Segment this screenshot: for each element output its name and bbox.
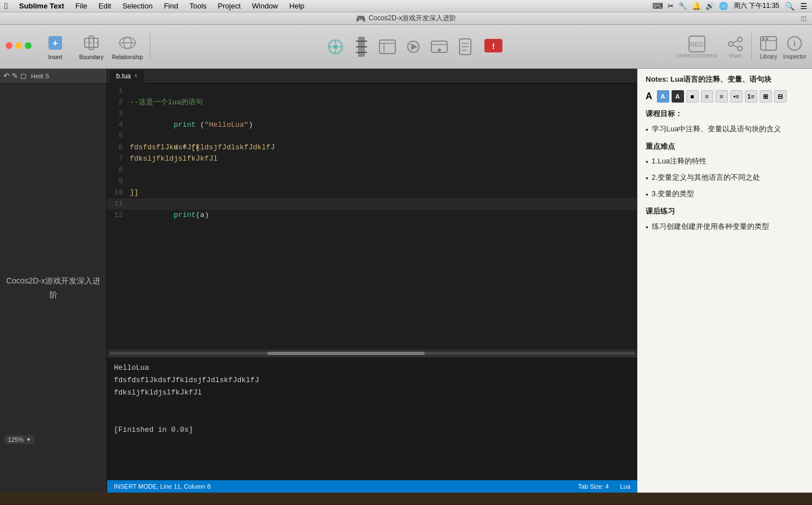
line-content-2: --这是一个lua的语句 bbox=[130, 97, 637, 108]
tool-icon-1[interactable] bbox=[325, 37, 346, 57]
tab-b-lua[interactable]: b.lua × bbox=[109, 70, 144, 82]
font-selector[interactable]: Heiti S bbox=[31, 73, 49, 79]
notes-toolbar: A A A ■ ≡ ≡ •≡ 1≡ ⊞ ⊟ bbox=[646, 90, 804, 103]
notes-bold-btn[interactable]: A bbox=[672, 90, 684, 103]
tab-size: Tab Size: 4 bbox=[578, 483, 608, 490]
boundary-icon bbox=[81, 33, 102, 53]
notes-align-center-btn[interactable]: ≡ bbox=[716, 90, 728, 103]
tool-icon-3[interactable] bbox=[377, 37, 398, 57]
menu-help[interactable]: Help bbox=[287, 2, 307, 10]
toolbar-separator-2 bbox=[751, 33, 752, 60]
tabbar: b.lua × bbox=[107, 69, 637, 83]
boundary-button[interactable]: Boundary bbox=[76, 29, 107, 65]
unregistered-button[interactable]: REG UNREGISTERED bbox=[677, 35, 717, 59]
svg-rect-43 bbox=[766, 38, 768, 40]
desktop-bottom: 125% ▼ 🔍 🚀 🧭 ✉ 💬 🗺 🌸 📷 🎵 🏪 ⚙ 📝 ▶ 🌐 📓 🔒 🗑 bbox=[0, 493, 812, 505]
tab-close-button[interactable]: × bbox=[134, 73, 138, 79]
notes-bullet-3: • 2.变量定义与其他语言的不同之处 bbox=[646, 172, 804, 185]
menu-project[interactable]: Project bbox=[215, 2, 242, 10]
menu-find[interactable]: Find bbox=[162, 2, 180, 10]
output-panel: HelloLua fdsfdsflJkdsfJfkldsjfJdlskfJdkl… bbox=[107, 356, 637, 480]
main-content: ↶ ✎ ◻ Heiti S Cocos2D-x游戏开发深入进阶 b.lua × … bbox=[0, 69, 812, 493]
tool-icon-6[interactable] bbox=[455, 37, 475, 57]
bullet-dot-2: • bbox=[646, 157, 648, 169]
line-num-4: 4 bbox=[107, 119, 130, 131]
zoom-control[interactable]: 125% ▼ bbox=[5, 435, 34, 444]
menu-edit[interactable]: Edit bbox=[96, 2, 113, 10]
library-button[interactable]: Library bbox=[758, 33, 779, 60]
notes-font-size-icon: A bbox=[646, 91, 652, 101]
menubar:  Sublime Text File Edit Selection Find … bbox=[0, 0, 812, 12]
menu-tools[interactable]: Tools bbox=[187, 2, 209, 10]
toolbar: + Insert Boundary Relationship bbox=[0, 25, 812, 69]
code-line-5: 5 a = [[ bbox=[107, 131, 637, 142]
code-line-2: 2 --这是一个lua的语句 bbox=[107, 97, 637, 108]
line-num-10: 10 bbox=[107, 187, 130, 198]
insert-button[interactable]: + Insert bbox=[39, 29, 71, 65]
menu-app[interactable]: Sublime Text bbox=[17, 2, 67, 10]
notes-align-left-btn[interactable]: ≡ bbox=[701, 90, 713, 103]
tool-icon-5[interactable] bbox=[429, 37, 449, 57]
svg-line-38 bbox=[733, 45, 738, 47]
notes-text-2: 1.Lua注释的特性 bbox=[652, 156, 707, 167]
pencil-icon: ✎ bbox=[12, 72, 18, 80]
svg-point-36 bbox=[738, 46, 742, 51]
notes-indent-btn[interactable]: ⊞ bbox=[760, 90, 772, 103]
bullet-dot-5: • bbox=[646, 222, 648, 234]
menu-window[interactable]: Window bbox=[250, 2, 280, 10]
menu-selection[interactable]: Selection bbox=[120, 2, 155, 10]
search-icon[interactable]: 🔍 bbox=[785, 2, 795, 11]
code-line-1: 1 bbox=[107, 86, 637, 97]
toolbar-separator-1 bbox=[150, 33, 151, 60]
code-editor[interactable]: 1 2 --这是一个lua的语句 3 print ("HelloLua") 4 bbox=[107, 83, 637, 349]
tool-icon-4[interactable] bbox=[403, 37, 423, 57]
hscrollbar[interactable] bbox=[107, 349, 637, 356]
apple-menu[interactable]:  bbox=[5, 1, 8, 11]
inspector-button[interactable]: i Inspector bbox=[783, 33, 806, 60]
line-num-5: 5 bbox=[107, 131, 130, 142]
boundary-label: Boundary bbox=[80, 54, 104, 60]
notes-numbered-btn[interactable]: 1≡ bbox=[745, 90, 757, 103]
relationship-icon bbox=[117, 33, 138, 53]
notes-header: Notes: Lua语言的注释、变量、语句块 bbox=[646, 74, 804, 85]
statusbar: INSERT MODE, Line 11, Column 8 Tab Size:… bbox=[107, 480, 637, 493]
menu-file[interactable]: File bbox=[73, 2, 90, 10]
line-num-8: 8 bbox=[107, 165, 130, 176]
relationship-label: Relationship bbox=[112, 54, 143, 60]
notes-highlight-btn[interactable]: ■ bbox=[686, 90, 699, 103]
clipboard-icon: 🔧 bbox=[678, 2, 687, 10]
line-content-10: ]] bbox=[130, 187, 637, 198]
svg-point-9 bbox=[333, 45, 338, 49]
notes-text-3: 2.变量定义与其他语言的不同之处 bbox=[652, 172, 761, 184]
window-close-button[interactable] bbox=[6, 42, 12, 49]
window-minimize-button[interactable] bbox=[15, 42, 22, 49]
scroll-thumb[interactable] bbox=[267, 352, 425, 355]
notes-content: 课程目标： • 学习Lua中注释、变量以及语句块的含义 重点难点 • 1.Lua… bbox=[646, 108, 804, 237]
notes-bullet-btn[interactable]: •≡ bbox=[730, 90, 743, 103]
share-button[interactable]: share bbox=[726, 35, 744, 59]
control-center-icon[interactable]: ☰ bbox=[800, 2, 807, 11]
notes-color-btn[interactable]: A bbox=[657, 90, 669, 103]
line-num-2: 2 bbox=[107, 97, 130, 108]
tool-icon-2[interactable] bbox=[351, 37, 372, 57]
status-mode: INSERT MODE, Line 11, Column 8 bbox=[114, 483, 210, 490]
keyboard-icon: ⌨ bbox=[652, 2, 663, 10]
notes-table-btn[interactable]: ⊟ bbox=[774, 90, 787, 103]
output-line-6: [Finished in 0.0s] bbox=[114, 424, 630, 436]
output-line-4 bbox=[114, 399, 630, 411]
bullet-dot-3: • bbox=[646, 173, 648, 185]
inspector-label: Inspector bbox=[783, 54, 806, 60]
volume-icon: 🔊 bbox=[705, 2, 714, 10]
notes-bullet-2: • 1.Lua注释的特性 bbox=[646, 156, 804, 169]
relationship-button[interactable]: Relationship bbox=[112, 29, 143, 65]
badge-icon[interactable]: ! bbox=[482, 34, 505, 59]
course-title: Cocos2D-x游戏开发深入进阶 bbox=[0, 83, 107, 493]
code-line-3: 3 print ("HelloLua") bbox=[107, 108, 637, 119]
code-line-7: 7 fdksljfkldjslfkJkfJl bbox=[107, 153, 637, 165]
code-line-8: 8 bbox=[107, 165, 637, 176]
line-num-7: 7 bbox=[107, 153, 130, 165]
scissors-icon: ✂ bbox=[668, 2, 674, 10]
line-num-11: 11 bbox=[107, 198, 130, 210]
line-num-6: 6 bbox=[107, 142, 130, 153]
window-maximize-button[interactable] bbox=[25, 42, 32, 49]
